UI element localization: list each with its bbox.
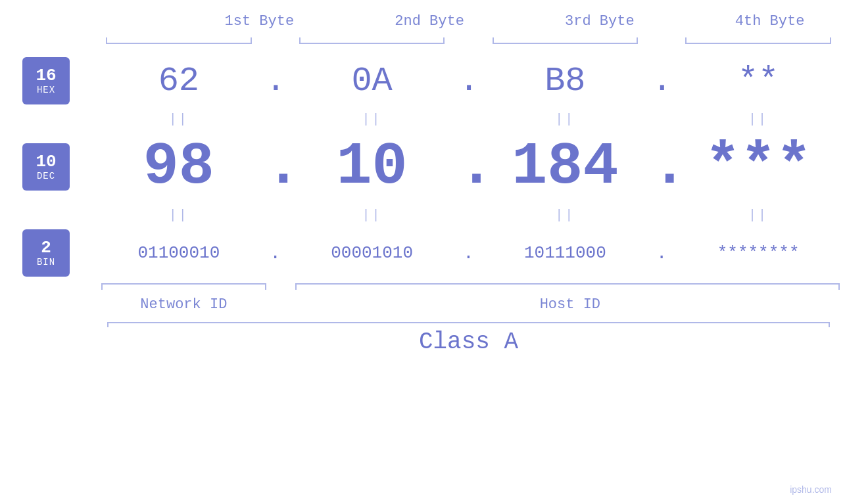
eq-1-1: || bbox=[92, 112, 266, 127]
dec-badge-box: 10 DEC bbox=[22, 143, 70, 191]
bin-val-4: ******** bbox=[671, 243, 845, 263]
bin-badge-num: 2 bbox=[41, 239, 51, 258]
eq-2-3: || bbox=[479, 208, 652, 223]
bin-val-3: 10111000 bbox=[479, 243, 652, 263]
eq-1-3: || bbox=[479, 112, 652, 127]
hex-dot-3: . bbox=[652, 62, 671, 101]
hex-val-4: ** bbox=[671, 62, 845, 101]
hex-val-1: 62 bbox=[92, 62, 266, 101]
bin-badge: 2 BIN bbox=[0, 229, 92, 277]
dec-val-4: *** bbox=[671, 133, 845, 200]
host-bracket bbox=[295, 283, 845, 292]
byte-header-4: 4th Byte bbox=[694, 13, 845, 35]
hex-badge-label: HEX bbox=[37, 85, 55, 95]
eq-2-4: || bbox=[671, 208, 845, 223]
hex-dot-1: . bbox=[266, 62, 285, 101]
network-bracket bbox=[92, 283, 276, 292]
bin-dot-1: . bbox=[266, 243, 285, 263]
bin-val-1: 01100010 bbox=[92, 243, 266, 263]
bin-dot-3: . bbox=[652, 243, 671, 263]
dec-badge-label: DEC bbox=[37, 171, 55, 181]
class-bracket bbox=[107, 322, 830, 323]
bin-badge-label: BIN bbox=[37, 257, 55, 267]
eq-1-4: || bbox=[671, 112, 845, 127]
hex-dot-2: . bbox=[459, 62, 479, 101]
dec-dot-1: . bbox=[266, 133, 285, 200]
watermark: ipshu.com bbox=[790, 484, 832, 495]
bin-dot-2: . bbox=[459, 243, 479, 263]
dec-val-3: 184 bbox=[479, 133, 652, 200]
dec-val-2: 10 bbox=[285, 133, 459, 200]
byte-header-3: 3rd Byte bbox=[525, 13, 675, 35]
equals-row-1: || || || || bbox=[0, 107, 845, 131]
byte-headers-row: 1st Byte 2nd Byte 3rd Byte 4th Byte bbox=[0, 13, 845, 35]
hex-badge-num: 16 bbox=[36, 66, 56, 85]
class-section: Class A bbox=[0, 322, 845, 355]
byte-header-2: 2nd Byte bbox=[354, 13, 505, 35]
dec-row: 10 DEC 98 . 10 . 184 . *** bbox=[0, 133, 845, 200]
equals-row-2: || || || || bbox=[0, 203, 845, 227]
page-container: 1st Byte 2nd Byte 3rd Byte 4th Byte bbox=[0, 0, 845, 504]
bin-row: 2 BIN 01100010 . 00001010 . 10111000 . *… bbox=[0, 229, 845, 277]
eq-1-2: || bbox=[285, 112, 459, 127]
dec-dot-3: . bbox=[652, 133, 671, 200]
host-id-label: Host ID bbox=[295, 296, 845, 313]
byte-header-1: 1st Byte bbox=[184, 13, 335, 35]
hex-badge: 16 HEX bbox=[0, 57, 92, 104]
dec-badge-num: 10 bbox=[36, 152, 56, 172]
dec-badge: 10 DEC bbox=[0, 143, 92, 191]
dec-val-1: 98 bbox=[92, 133, 266, 200]
hex-val-2: 0A bbox=[285, 62, 459, 101]
bin-val-2: 00001010 bbox=[285, 243, 459, 263]
bin-badge-box: 2 BIN bbox=[22, 229, 70, 277]
eq-2-2: || bbox=[285, 208, 459, 223]
bottom-brackets bbox=[0, 283, 845, 292]
id-labels: Network ID Host ID bbox=[0, 296, 845, 313]
hex-row: 16 HEX 62 . 0A . B8 . ** bbox=[0, 57, 845, 104]
eq-2-1: || bbox=[92, 208, 266, 223]
hex-val-3: B8 bbox=[479, 62, 652, 101]
dec-dot-2: . bbox=[459, 133, 479, 200]
hex-badge-box: 16 HEX bbox=[22, 57, 70, 104]
class-a-label: Class A bbox=[419, 329, 518, 355]
network-id-label: Network ID bbox=[92, 296, 276, 313]
